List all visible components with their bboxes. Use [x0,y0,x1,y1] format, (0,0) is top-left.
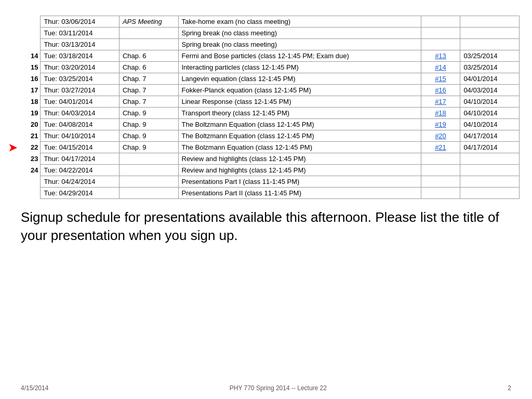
row-due-date: 04/17/2014 [460,142,520,153]
table-row: 16Tue: 03/25/2014Chap. 7Langevin equatio… [21,73,520,85]
table-row: 23Thur: 04/17/2014Review and highlights … [21,153,520,165]
row-date: Tue: 04/01/2014 [41,96,119,108]
footer-center: PHY 770 Spring 2014 -- Lecture 22 [48,384,508,392]
row-number: 19 [21,108,41,119]
row-homework-link [421,39,460,50]
row-number: 20 [21,119,41,130]
table-row: 17Thur: 03/27/2014Chap. 7Fokker-Planck e… [21,85,520,96]
row-date: Thur: 03/20/2014 [41,62,119,73]
slide-container: Thur: 03/06/2014APS MeetingTake-home exa… [0,0,532,399]
row-chapter [119,39,178,50]
row-topic: Presentations Part II (class 11-1:45 PM) [178,188,421,199]
row-due-date [460,16,520,28]
row-date: Tue: 04/15/2014 [41,142,119,153]
table-row: 14Tue: 03/18/2014Chap. 6Fermi and Bose p… [21,50,520,62]
row-chapter: Chap. 9 [119,119,178,130]
row-date: Tue: 03/25/2014 [41,73,119,85]
row-number [21,188,41,199]
row-homework-link [421,28,460,39]
row-topic: Review and highlights (class 12-1:45 PM) [178,153,421,165]
row-homework-link[interactable]: #13 [421,50,460,62]
row-number: 18 [21,96,41,108]
bottom-text: Signup schedule for presentations availa… [21,208,511,245]
row-date: Tue: 03/11/2014 [41,28,119,39]
row-topic: Interacting particles (class 12-1:45 PM) [178,62,421,73]
row-topic: Linear Response (class 12-1:45 PM) [178,96,421,108]
row-homework-link[interactable]: #17 [421,96,460,108]
row-chapter: Chap. 7 [119,96,178,108]
row-date: Thur: 03/27/2014 [41,85,119,96]
row-date: Thur: 04/24/2014 [41,176,119,188]
homework-anchor[interactable]: #21 [435,143,446,151]
row-homework-link[interactable]: #15 [421,73,460,85]
row-topic: Take-home exam (no class meeting) [178,16,421,28]
row-homework-link [421,165,460,176]
table-row: Tue: 04/29/2014Presentations Part II (cl… [21,188,520,199]
row-homework-link [421,16,460,28]
row-chapter [119,188,178,199]
row-chapter [119,165,178,176]
row-date: Thur: 03/13/2014 [41,39,119,50]
row-due-date: 03/25/2014 [460,62,520,73]
table-row: Tue: 03/11/2014Spring break (no class me… [21,28,520,39]
row-homework-link[interactable]: #14 [421,62,460,73]
row-chapter: Chap. 9 [119,142,178,153]
row-homework-link[interactable]: #20 [421,130,460,142]
row-number [21,39,41,50]
row-chapter [119,176,178,188]
row-chapter: APS Meeting [119,16,178,28]
row-homework-link[interactable]: #18 [421,108,460,119]
table-wrapper: Thur: 03/06/2014APS MeetingTake-home exa… [21,16,511,199]
row-homework-link [421,153,460,165]
homework-anchor[interactable]: #13 [435,52,446,60]
table-row: Thur: 03/13/2014Spring break (no class m… [21,39,520,50]
homework-anchor[interactable]: #18 [435,109,446,117]
table-row: 15Thur: 03/20/2014Chap. 6Interacting par… [21,62,520,73]
homework-anchor[interactable]: #20 [435,132,446,140]
row-number [21,28,41,39]
row-chapter: Chap. 9 [119,108,178,119]
row-homework-link[interactable]: #21 [421,142,460,153]
table-row: 20Tue: 04/08/2014Chap. 9The Boltzmann Eq… [21,119,520,130]
row-chapter: Chap. 7 [119,85,178,96]
row-number: 24 [21,165,41,176]
current-row-arrow: ➤ [8,142,17,153]
row-homework-link[interactable]: #19 [421,119,460,130]
row-date: Tue: 04/29/2014 [41,188,119,199]
table-row: 24Tue: 04/22/2014Review and highlights (… [21,165,520,176]
row-homework-link [421,176,460,188]
row-date: Tue: 04/08/2014 [41,119,119,130]
row-due-date: 04/17/2014 [460,130,520,142]
row-topic: Langevin equation (class 12-1:45 PM) [178,73,421,85]
row-due-date: 04/03/2014 [460,85,520,96]
homework-anchor[interactable]: #15 [435,75,446,83]
row-homework-link[interactable]: #16 [421,85,460,96]
row-number: 14 [21,50,41,62]
row-topic: Review and highlights (class 12-1:45 PM) [178,165,421,176]
row-number [21,176,41,188]
table-row: Thur: 03/06/2014APS MeetingTake-home exa… [21,16,520,28]
homework-anchor[interactable]: #17 [435,98,446,105]
row-due-date: 04/10/2014 [460,119,520,130]
row-topic: The Boltzmann Equation (class 12-1:45 PM… [178,130,421,142]
table-row: 22➤Tue: 04/15/2014Chap. 9The Bolzmann Eq… [21,142,520,153]
homework-anchor[interactable]: #16 [435,86,446,94]
homework-anchor[interactable]: #19 [435,121,446,128]
row-due-date [460,28,520,39]
row-topic: The Bolzmann Equation (class 12-1:45 PM) [178,142,421,153]
row-topic: Fokker-Planck equation (class 12-1:45 PM… [178,85,421,96]
row-date: Thur: 04/10/2014 [41,130,119,142]
footer-right: 2 [508,384,511,392]
row-due-date: 03/25/2014 [460,50,520,62]
row-due-date [460,188,520,199]
row-topic: Transport theory (class 12-1:45 PM) [178,108,421,119]
row-number: 23 [21,153,41,165]
row-due-date [460,39,520,50]
row-number: 22➤ [21,142,41,153]
row-due-date: 04/10/2014 [460,96,520,108]
row-topic: Spring break (no class meeting) [178,28,421,39]
row-date: Tue: 04/22/2014 [41,165,119,176]
row-chapter: Chap. 7 [119,73,178,85]
homework-anchor[interactable]: #14 [435,63,446,71]
row-due-date: 04/01/2014 [460,73,520,85]
